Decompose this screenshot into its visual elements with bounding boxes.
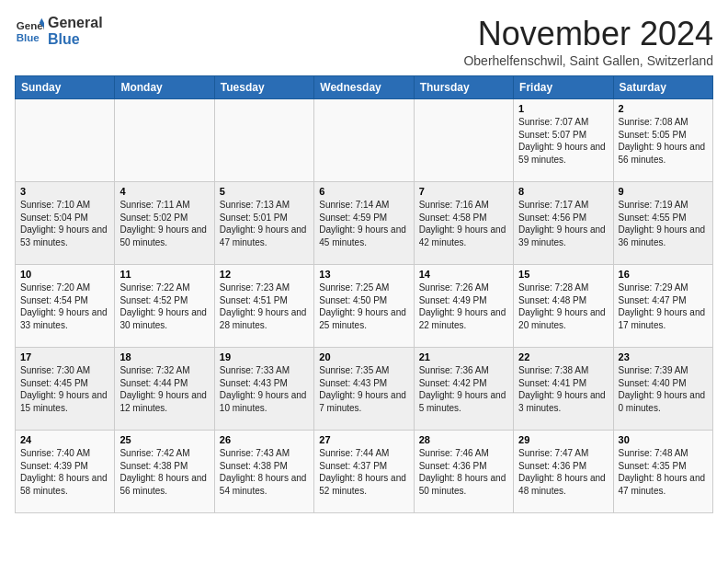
calendar-cell: 2Sunrise: 7:08 AM Sunset: 5:05 PM Daylig… bbox=[613, 99, 712, 182]
calendar-cell: 5Sunrise: 7:13 AM Sunset: 5:01 PM Daylig… bbox=[214, 182, 313, 265]
calendar-cell: 8Sunrise: 7:17 AM Sunset: 4:56 PM Daylig… bbox=[514, 182, 613, 265]
logo: General Blue General Blue bbox=[15, 15, 103, 47]
calendar-cell bbox=[314, 99, 414, 182]
logo-blue: Blue bbox=[48, 31, 103, 48]
calendar-cell: 14Sunrise: 7:26 AM Sunset: 4:49 PM Dayli… bbox=[414, 265, 513, 348]
logo-general: General bbox=[48, 15, 103, 31]
day-number: 29 bbox=[518, 434, 608, 445]
calendar-body: 1Sunrise: 7:07 AM Sunset: 5:07 PM Daylig… bbox=[16, 99, 713, 513]
day-number: 21 bbox=[419, 351, 508, 362]
calendar-cell: 3Sunrise: 7:10 AM Sunset: 5:04 PM Daylig… bbox=[16, 182, 115, 265]
day-number: 7 bbox=[419, 186, 508, 197]
day-number: 1 bbox=[518, 103, 608, 114]
day-info: Sunrise: 7:40 AM Sunset: 4:39 PM Dayligh… bbox=[20, 447, 109, 497]
calendar-cell: 23Sunrise: 7:39 AM Sunset: 4:40 PM Dayli… bbox=[613, 348, 712, 431]
calendar-cell: 28Sunrise: 7:46 AM Sunset: 4:36 PM Dayli… bbox=[414, 431, 513, 513]
page-header: General Blue General Blue November 2024 … bbox=[15, 15, 713, 68]
day-number: 27 bbox=[319, 434, 408, 445]
calendar-cell: 24Sunrise: 7:40 AM Sunset: 4:39 PM Dayli… bbox=[16, 431, 115, 513]
day-info: Sunrise: 7:36 AM Sunset: 4:42 PM Dayligh… bbox=[419, 364, 508, 414]
day-info: Sunrise: 7:35 AM Sunset: 4:43 PM Dayligh… bbox=[319, 364, 408, 414]
day-number: 20 bbox=[319, 351, 408, 362]
calendar-cell: 19Sunrise: 7:33 AM Sunset: 4:43 PM Dayli… bbox=[214, 348, 313, 431]
day-number: 12 bbox=[220, 269, 309, 280]
calendar-cell: 4Sunrise: 7:11 AM Sunset: 5:02 PM Daylig… bbox=[115, 182, 214, 265]
day-number: 14 bbox=[419, 269, 508, 280]
calendar-cell: 12Sunrise: 7:23 AM Sunset: 4:51 PM Dayli… bbox=[214, 265, 313, 348]
calendar-week-row: 1Sunrise: 7:07 AM Sunset: 5:07 PM Daylig… bbox=[16, 99, 713, 182]
calendar-week-row: 17Sunrise: 7:30 AM Sunset: 4:45 PM Dayli… bbox=[16, 348, 713, 431]
calendar-cell: 18Sunrise: 7:32 AM Sunset: 4:44 PM Dayli… bbox=[115, 348, 214, 431]
day-number: 17 bbox=[20, 351, 109, 362]
weekday-header: Tuesday bbox=[214, 76, 313, 99]
calendar-cell: 22Sunrise: 7:38 AM Sunset: 4:41 PM Dayli… bbox=[514, 348, 613, 431]
calendar-cell bbox=[414, 99, 513, 182]
weekday-header: Thursday bbox=[414, 76, 513, 99]
day-number: 30 bbox=[619, 434, 708, 445]
day-info: Sunrise: 7:46 AM Sunset: 4:36 PM Dayligh… bbox=[419, 447, 508, 497]
day-number: 2 bbox=[619, 103, 708, 114]
day-number: 19 bbox=[220, 351, 309, 362]
day-number: 3 bbox=[20, 186, 109, 197]
calendar-cell: 10Sunrise: 7:20 AM Sunset: 4:54 PM Dayli… bbox=[16, 265, 115, 348]
calendar-cell: 17Sunrise: 7:30 AM Sunset: 4:45 PM Dayli… bbox=[16, 348, 115, 431]
day-number: 8 bbox=[518, 186, 608, 197]
day-number: 24 bbox=[20, 434, 109, 445]
day-info: Sunrise: 7:07 AM Sunset: 5:07 PM Dayligh… bbox=[518, 116, 608, 166]
weekday-header: Monday bbox=[115, 76, 214, 99]
logo-text: General Blue bbox=[48, 15, 103, 47]
calendar-week-row: 10Sunrise: 7:20 AM Sunset: 4:54 PM Dayli… bbox=[16, 265, 713, 348]
day-info: Sunrise: 7:29 AM Sunset: 4:47 PM Dayligh… bbox=[619, 282, 708, 331]
day-info: Sunrise: 7:08 AM Sunset: 5:05 PM Dayligh… bbox=[619, 116, 708, 166]
logo-icon: General Blue bbox=[15, 17, 44, 46]
day-number: 18 bbox=[119, 351, 209, 362]
day-info: Sunrise: 7:22 AM Sunset: 4:52 PM Dayligh… bbox=[119, 282, 209, 331]
day-info: Sunrise: 7:44 AM Sunset: 4:37 PM Dayligh… bbox=[319, 447, 408, 497]
day-number: 26 bbox=[220, 434, 309, 445]
calendar-cell: 7Sunrise: 7:16 AM Sunset: 4:58 PM Daylig… bbox=[414, 182, 513, 265]
calendar-cell: 27Sunrise: 7:44 AM Sunset: 4:37 PM Dayli… bbox=[314, 431, 414, 513]
calendar-cell: 13Sunrise: 7:25 AM Sunset: 4:50 PM Dayli… bbox=[314, 265, 414, 348]
calendar-cell bbox=[115, 99, 214, 182]
day-info: Sunrise: 7:43 AM Sunset: 4:38 PM Dayligh… bbox=[220, 447, 309, 497]
day-number: 5 bbox=[220, 186, 309, 197]
day-number: 6 bbox=[319, 186, 408, 197]
day-info: Sunrise: 7:28 AM Sunset: 4:48 PM Dayligh… bbox=[518, 282, 608, 331]
day-info: Sunrise: 7:10 AM Sunset: 5:04 PM Dayligh… bbox=[20, 199, 109, 248]
weekday-header: Wednesday bbox=[314, 76, 414, 99]
calendar-cell: 29Sunrise: 7:47 AM Sunset: 4:36 PM Dayli… bbox=[514, 431, 613, 513]
day-number: 15 bbox=[518, 269, 608, 280]
day-info: Sunrise: 7:23 AM Sunset: 4:51 PM Dayligh… bbox=[220, 282, 309, 331]
calendar-table: SundayMondayTuesdayWednesdayThursdayFrid… bbox=[15, 75, 713, 513]
day-info: Sunrise: 7:39 AM Sunset: 4:40 PM Dayligh… bbox=[619, 364, 708, 414]
calendar-header: SundayMondayTuesdayWednesdayThursdayFrid… bbox=[16, 76, 713, 99]
day-info: Sunrise: 7:17 AM Sunset: 4:56 PM Dayligh… bbox=[518, 199, 608, 248]
calendar-cell: 9Sunrise: 7:19 AM Sunset: 4:55 PM Daylig… bbox=[613, 182, 712, 265]
day-info: Sunrise: 7:19 AM Sunset: 4:55 PM Dayligh… bbox=[619, 199, 708, 248]
calendar-cell bbox=[16, 99, 115, 182]
day-number: 25 bbox=[119, 434, 209, 445]
day-number: 13 bbox=[319, 269, 408, 280]
day-info: Sunrise: 7:26 AM Sunset: 4:49 PM Dayligh… bbox=[419, 282, 508, 331]
calendar-cell: 11Sunrise: 7:22 AM Sunset: 4:52 PM Dayli… bbox=[115, 265, 214, 348]
calendar-cell: 1Sunrise: 7:07 AM Sunset: 5:07 PM Daylig… bbox=[514, 99, 613, 182]
title-block: November 2024 Oberhelfenschwil, Saint Ga… bbox=[463, 15, 713, 68]
day-number: 22 bbox=[518, 351, 608, 362]
day-number: 16 bbox=[619, 269, 708, 280]
day-number: 28 bbox=[419, 434, 508, 445]
header-row: SundayMondayTuesdayWednesdayThursdayFrid… bbox=[16, 76, 713, 99]
day-info: Sunrise: 7:33 AM Sunset: 4:43 PM Dayligh… bbox=[220, 364, 309, 414]
day-info: Sunrise: 7:30 AM Sunset: 4:45 PM Dayligh… bbox=[20, 364, 109, 414]
day-number: 11 bbox=[119, 269, 209, 280]
day-info: Sunrise: 7:11 AM Sunset: 5:02 PM Dayligh… bbox=[119, 199, 209, 248]
day-info: Sunrise: 7:16 AM Sunset: 4:58 PM Dayligh… bbox=[419, 199, 508, 248]
day-info: Sunrise: 7:20 AM Sunset: 4:54 PM Dayligh… bbox=[20, 282, 109, 331]
day-info: Sunrise: 7:14 AM Sunset: 4:59 PM Dayligh… bbox=[319, 199, 408, 248]
day-number: 23 bbox=[619, 351, 708, 362]
calendar-cell: 15Sunrise: 7:28 AM Sunset: 4:48 PM Dayli… bbox=[514, 265, 613, 348]
calendar-week-row: 3Sunrise: 7:10 AM Sunset: 5:04 PM Daylig… bbox=[16, 182, 713, 265]
day-info: Sunrise: 7:38 AM Sunset: 4:41 PM Dayligh… bbox=[518, 364, 608, 414]
weekday-header: Saturday bbox=[613, 76, 712, 99]
calendar-cell: 21Sunrise: 7:36 AM Sunset: 4:42 PM Dayli… bbox=[414, 348, 513, 431]
svg-text:Blue: Blue bbox=[17, 31, 40, 42]
